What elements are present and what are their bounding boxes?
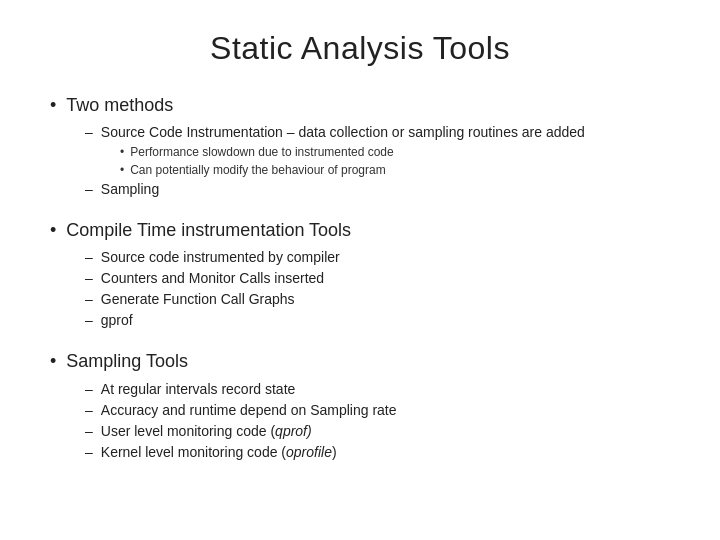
dash-source-instrumentation: – Source Code Instrumentation – data col… [85,122,670,143]
dash-regular-intervals-text: At regular intervals record state [101,379,296,400]
sampling-tools-subitems: – At regular intervals record state – Ac… [85,379,670,463]
dash-counters-text: Counters and Monitor Calls inserted [101,268,324,289]
dash-6: – [85,310,93,331]
dash-8: – [85,400,93,421]
slide: Static Analysis Tools • Two methods – So… [0,0,720,540]
section-compile-time: • Compile Time instrumentation Tools – S… [50,218,670,331]
dash-accuracy-text: Accuracy and runtime depend on Sampling … [101,400,397,421]
dash-user-level: – User level monitoring code (qprof) [85,421,670,442]
dash-2: – [85,179,93,200]
dash-9: – [85,421,93,442]
two-methods-subitems: – Source Code Instrumentation – data col… [85,122,670,200]
dash-user-level-text: User level monitoring code (qprof) [101,421,312,442]
sub-dot-2: • [120,161,124,179]
dash-4: – [85,268,93,289]
sub-modify-behaviour: • Can potentially modify the behaviour o… [120,161,670,179]
dash-source-instrumented-text: Source code instrumented by compiler [101,247,340,268]
compile-time-subitems: – Source code instrumented by compiler –… [85,247,670,331]
bullet-sampling-tools-text: Sampling Tools [66,349,188,374]
section-two-methods: • Two methods – Source Code Instrumentat… [50,93,670,200]
dash-source-instrumentation-text: Source Code Instrumentation – data colle… [101,122,585,143]
bullet-dot-2: • [50,218,56,243]
sub-perf-slowdown: • Performance slowdown due to instrument… [120,143,670,161]
sub-perf-slowdown-text: Performance slowdown due to instrumented… [130,143,393,161]
bullet-compile-time-text: Compile Time instrumentation Tools [66,218,351,243]
section-sampling-tools: • Sampling Tools – At regular intervals … [50,349,670,462]
source-instrumentation-children: • Performance slowdown due to instrument… [120,143,670,179]
content-area: • Two methods – Source Code Instrumentat… [50,89,670,463]
dash-gprof-text: gprof [101,310,133,331]
dash-3: – [85,247,93,268]
dash-1: – [85,122,93,143]
bullet-dot-1: • [50,93,56,118]
dash-sampling: – Sampling [85,179,670,200]
bullet-sampling-tools: • Sampling Tools [50,349,670,374]
dash-kernel-level: – Kernel level monitoring code (oprofile… [85,442,670,463]
slide-title: Static Analysis Tools [50,30,670,67]
bullet-compile-time: • Compile Time instrumentation Tools [50,218,670,243]
dash-sampling-text: Sampling [101,179,159,200]
dash-7: – [85,379,93,400]
bullet-two-methods: • Two methods [50,93,670,118]
dash-regular-intervals: – At regular intervals record state [85,379,670,400]
dash-gprof: – gprof [85,310,670,331]
bullet-two-methods-text: Two methods [66,93,173,118]
bullet-dot-3: • [50,349,56,374]
dash-generate-graphs: – Generate Function Call Graphs [85,289,670,310]
dash-source-instrumented: – Source code instrumented by compiler [85,247,670,268]
dash-10: – [85,442,93,463]
dash-counters: – Counters and Monitor Calls inserted [85,268,670,289]
dash-generate-graphs-text: Generate Function Call Graphs [101,289,295,310]
sub-modify-behaviour-text: Can potentially modify the behaviour of … [130,161,385,179]
dash-5: – [85,289,93,310]
sub-dot-1: • [120,143,124,161]
dash-accuracy: – Accuracy and runtime depend on Samplin… [85,400,670,421]
dash-kernel-level-text: Kernel level monitoring code (oprofile) [101,442,337,463]
